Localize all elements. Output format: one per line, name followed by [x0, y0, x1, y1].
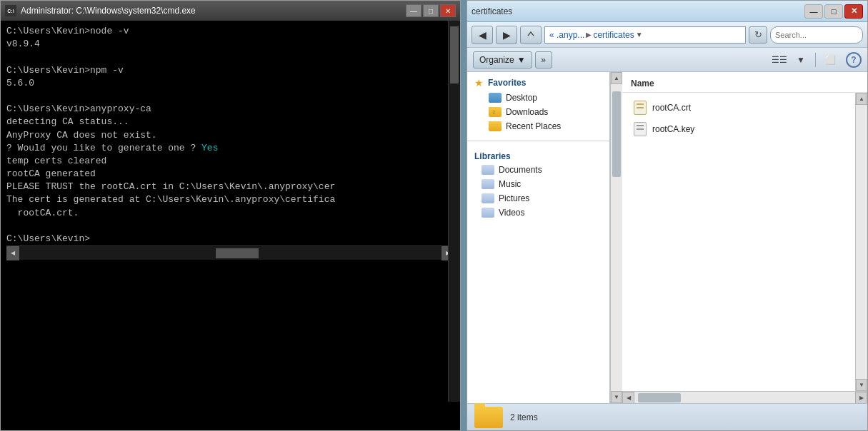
- sidebar-scroll-thumb: [612, 91, 621, 177]
- downloads-icon: [489, 107, 502, 117]
- explorer-toolbar: ◀ ▶ « .anyp... ▶ certificates ▼ ↻ 🔍: [467, 22, 867, 48]
- more-options-button[interactable]: »: [535, 51, 552, 69]
- scroll-track: [19, 246, 442, 260]
- sidebar-item-desktop[interactable]: Desktop: [474, 91, 602, 105]
- sidebar-item-music[interactable]: Music: [467, 177, 609, 191]
- explorer-statusbar: 2 items: [467, 403, 867, 430]
- files-panel: Name rootCA.crt rootCA.key ▲ ▼: [622, 72, 867, 403]
- cmd-output: C:\Users\Kevin>node -v v8.9.4 C:\Users\K…: [6, 25, 454, 245]
- view-details-button[interactable]: ☰☰: [769, 51, 789, 69]
- toolbar-separator: [815, 53, 816, 67]
- address-part2: certificates: [593, 30, 634, 40]
- explorer-titlebar-buttons: — □ ✕: [804, 4, 863, 19]
- explorer-titlebar: certificates — □ ✕: [467, 1, 867, 22]
- refresh-button[interactable]: ↻: [749, 26, 767, 44]
- favorites-section: ★ Favorites Desktop Downloads Recent Pla…: [467, 72, 609, 136]
- cmd-window: Administrator: C:\Windows\system32\cmd.e…: [0, 0, 461, 431]
- section-divider: [467, 141, 609, 141]
- explorer-content: ★ Favorites Desktop Downloads Recent Pla…: [467, 72, 867, 403]
- file-name-rootca-crt: rootCA.crt: [652, 103, 691, 113]
- address-arrow: ▶: [586, 31, 592, 39]
- explorer-toolbar2: Organize ▼ » ☰☰ ▼ ⬜ ?: [467, 48, 867, 72]
- organize-arrow: ▼: [517, 55, 526, 65]
- status-item-count: 2 items: [510, 412, 538, 422]
- files-scroll-container: rootCA.crt rootCA.key ▲ ▼: [622, 93, 867, 391]
- explorer-maximize-button[interactable]: □: [824, 4, 843, 19]
- file-name-rootca-key: rootCA.key: [652, 124, 694, 134]
- explorer-title: certificates: [472, 6, 802, 16]
- sidebar-scroll-track: [611, 84, 622, 391]
- scroll-left-arrow[interactable]: ◀: [6, 246, 19, 260]
- cmd-title: Administrator: C:\Windows\system32\cmd.e…: [21, 6, 401, 16]
- libraries-label[interactable]: Libraries: [467, 146, 609, 163]
- address-dropdown-arrow[interactable]: ▼: [636, 31, 643, 39]
- music-label: Music: [499, 179, 521, 189]
- up-button[interactable]: [520, 26, 542, 44]
- files-header: Name: [622, 72, 867, 93]
- pictures-icon: [482, 193, 494, 203]
- videos-icon: [482, 208, 494, 218]
- documents-icon: [482, 165, 494, 175]
- name-column-header: Name: [631, 77, 654, 90]
- sidebar-scrollbar[interactable]: ▲ ▼: [610, 72, 622, 403]
- explorer-minimize-button[interactable]: —: [804, 4, 823, 19]
- help-button[interactable]: ?: [846, 52, 862, 68]
- files-scrollbar[interactable]: ▲ ▼: [855, 93, 867, 391]
- cmd-titlebar: Administrator: C:\Windows\system32\cmd.e…: [1, 1, 460, 21]
- sidebar-item-recent[interactable]: Recent Places: [474, 119, 602, 133]
- address-bar[interactable]: « .anyp... ▶ certificates ▼: [544, 26, 746, 44]
- sidebar-scroll-down[interactable]: ▼: [611, 391, 622, 403]
- music-icon: [482, 179, 494, 189]
- files-hscrollbar[interactable]: ◀ ▶: [622, 391, 867, 403]
- cmd-close-button[interactable]: ✕: [440, 4, 456, 17]
- organize-label: Organize: [479, 55, 514, 65]
- cmd-scrollbar[interactable]: [448, 21, 460, 402]
- back-button[interactable]: ◀: [472, 26, 493, 44]
- hscroll-thumb: [638, 393, 681, 402]
- recent-icon: [489, 121, 502, 131]
- cmd-minimize-button[interactable]: —: [406, 4, 421, 17]
- file-item-rootca-key[interactable]: rootCA.key: [631, 120, 847, 138]
- yes-text: Yes: [201, 143, 218, 153]
- file-item-rootca-crt[interactable]: rootCA.crt: [631, 98, 847, 117]
- address-breadcrumb: « .anyp... ▶ certificates ▼: [549, 30, 643, 40]
- favorites-header[interactable]: ★ Favorites: [474, 75, 602, 91]
- recent-label: Recent Places: [506, 121, 561, 131]
- videos-label: Videos: [499, 208, 524, 218]
- cmd-icon: [5, 5, 16, 16]
- files-scroll-up[interactable]: ▲: [856, 93, 867, 105]
- key-file-icon: [634, 122, 647, 136]
- crt-file-icon: [634, 101, 647, 115]
- files-list: rootCA.crt rootCA.key: [622, 93, 855, 391]
- favorites-label: Favorites: [488, 78, 526, 88]
- search-box[interactable]: 🔍: [770, 26, 863, 44]
- explorer-close-button[interactable]: ✕: [844, 4, 863, 19]
- search-input[interactable]: [775, 31, 868, 39]
- sidebar-area: ★ Favorites Desktop Downloads Recent Pla…: [467, 72, 622, 403]
- sidebar-item-pictures[interactable]: Pictures: [467, 191, 609, 206]
- preview-pane-button[interactable]: ⬜: [820, 51, 840, 69]
- organize-button[interactable]: Organize ▼: [473, 51, 532, 69]
- view-dropdown-button[interactable]: ▼: [791, 51, 811, 69]
- sidebar-scroll-up[interactable]: ▲: [611, 72, 622, 84]
- sidebar-item-downloads[interactable]: Downloads: [474, 105, 602, 119]
- desktop-icon: [489, 93, 502, 103]
- explorer-window: certificates — □ ✕ ◀ ▶ « .anyp... ▶ cert…: [467, 0, 868, 431]
- documents-label: Documents: [499, 165, 542, 175]
- cmd-bottom-scrollbar[interactable]: ◀ ▶: [6, 245, 454, 260]
- desktop-label: Desktop: [506, 93, 537, 103]
- hscroll-left[interactable]: ◀: [622, 392, 634, 404]
- sidebar-item-documents[interactable]: Documents: [467, 163, 609, 177]
- hscroll-right[interactable]: ▶: [855, 392, 867, 404]
- cmd-maximize-button[interactable]: □: [423, 4, 439, 17]
- forward-button[interactable]: ▶: [496, 26, 517, 44]
- downloads-label: Downloads: [506, 107, 548, 117]
- cmd-titlebar-buttons: — □ ✕: [406, 4, 456, 17]
- files-scroll-down[interactable]: ▼: [856, 379, 867, 391]
- status-folder-icon: [474, 407, 503, 428]
- sidebar: ★ Favorites Desktop Downloads Recent Pla…: [467, 72, 610, 403]
- cmd-body: C:\Users\Kevin>node -v v8.9.4 C:\Users\K…: [1, 21, 460, 430]
- sidebar-item-videos[interactable]: Videos: [467, 206, 609, 220]
- files-scroll-track: [856, 105, 867, 379]
- view-buttons: ☰☰ ▼: [769, 51, 811, 69]
